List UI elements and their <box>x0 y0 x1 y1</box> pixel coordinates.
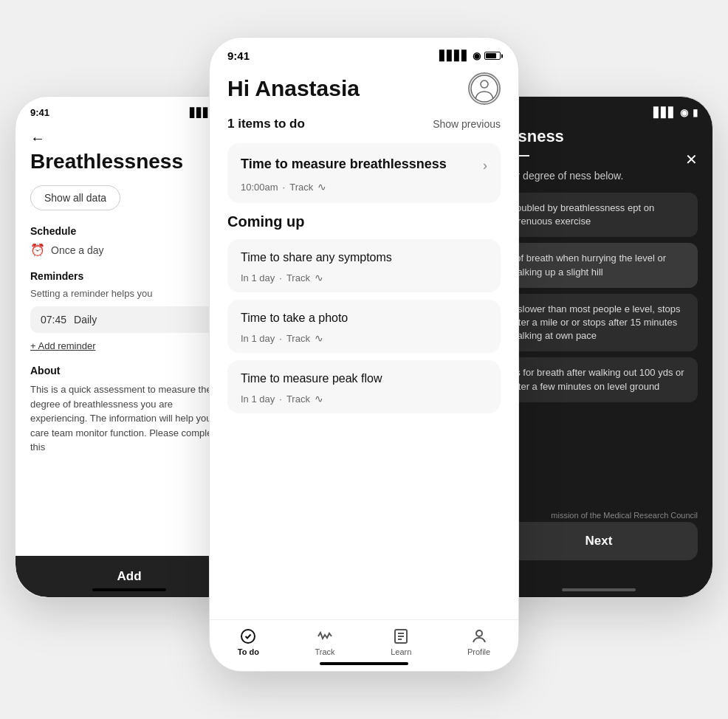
home-bar <box>562 588 636 591</box>
coming-title-0: Time to share any symptoms <box>241 251 487 264</box>
option-2[interactable]: t of breath when hurrying the level or w… <box>500 243 698 287</box>
coming-when-2: In 1 day <box>241 393 275 405</box>
waveform-icon-1: ∿ <box>315 332 323 344</box>
home-bar <box>320 662 408 665</box>
schedule-section-label: Schedule <box>30 225 228 237</box>
right-wifi-icon: ◉ <box>680 107 688 118</box>
show-all-data-button[interactable]: Show all data <box>30 185 120 210</box>
center-content: Hi Anastasia 1 items to do Show previous… <box>210 66 518 421</box>
waveform-icon: ∿ <box>317 181 326 193</box>
center-phone: 9:41 ▋▋▋▋ ◉ Hi Anastasia 1 items to do S… <box>209 37 519 672</box>
svg-point-7 <box>476 630 482 636</box>
greeting-row: Hi Anastasia <box>227 72 501 105</box>
coming-type-0: Track <box>286 272 310 283</box>
main-task-header: Time to measure breathlessness › <box>241 156 487 173</box>
profile-icon <box>470 627 488 645</box>
reminder-time: 07:45 <box>41 314 66 326</box>
learn-icon <box>392 627 410 645</box>
main-task-meta: 10:00am · Track ∿ <box>241 181 487 193</box>
greeting-text: Hi Anastasia <box>227 76 360 101</box>
nav-todo[interactable]: To do <box>238 627 259 656</box>
todo-nav-label: To do <box>238 647 259 656</box>
coming-meta-2: In 1 day · Track ∿ <box>241 393 487 405</box>
avatar-icon <box>470 74 499 103</box>
nav-track[interactable]: Track <box>315 627 335 656</box>
mrc-credit: mission of the Medical Research Council <box>500 511 698 520</box>
waveform-icon-2: ∿ <box>315 393 323 405</box>
reminders-section-label: Reminders <box>30 270 228 282</box>
left-time: 9:41 <box>30 107 49 118</box>
option-3[interactable]: s slower than most people e level, stops… <box>500 294 698 352</box>
left-page-title: Breathlessness <box>30 150 228 173</box>
schedule-row: ⏰ Once a day <box>30 243 228 257</box>
waveform-icon-0: ∿ <box>315 272 323 283</box>
left-signal-icon: ▋▋▋ <box>190 108 210 118</box>
learn-nav-label: Learn <box>391 647 411 656</box>
right-subtitle: your degree of ness below. <box>500 168 698 184</box>
option-4[interactable]: ps for breath after walking out 100 yds … <box>500 357 698 402</box>
right-page-title: essness <box>500 127 698 146</box>
avatar-button[interactable] <box>468 72 501 105</box>
show-previous-button[interactable]: Show previous <box>433 118 501 130</box>
svg-point-0 <box>471 75 498 102</box>
track-icon <box>316 627 334 645</box>
reminder-item: 07:45 Daily <box>30 306 228 333</box>
center-battery-icon <box>484 52 501 60</box>
nav-learn[interactable]: Learn <box>391 627 411 656</box>
profile-nav-label: Profile <box>467 647 490 656</box>
coming-meta-0: In 1 day · Track ∿ <box>241 272 487 283</box>
coming-item-1[interactable]: Time to take a photo In 1 day · Track ∿ <box>227 300 501 353</box>
items-row: 1 items to do Show previous <box>227 117 501 131</box>
center-time: 9:41 <box>227 49 250 62</box>
main-task-type: Track <box>289 182 313 193</box>
items-count: 1 items to do <box>227 117 305 131</box>
task-chevron-icon: › <box>483 158 487 173</box>
main-task-time: 10:00am <box>241 182 278 193</box>
main-task-card[interactable]: Time to measure breathlessness › 10:00am… <box>227 143 501 203</box>
clock-icon: ⏰ <box>30 243 45 257</box>
main-task-title: Time to measure breathlessness <box>241 156 483 172</box>
coming-title-1: Time to take a photo <box>241 312 487 325</box>
dot-0: · <box>279 272 282 283</box>
center-signal-icon: ▋▋▋▋ <box>439 50 469 61</box>
reminder-freq: Daily <box>74 314 97 326</box>
coming-type-2: Track <box>286 393 310 405</box>
center-status-bar: 9:41 ▋▋▋▋ ◉ <box>210 38 518 66</box>
close-button[interactable]: ✕ <box>685 151 698 168</box>
home-bar <box>92 588 166 591</box>
coming-item-2[interactable]: Time to measure peak flow In 1 day · Tra… <box>227 360 501 413</box>
right-signal-icon: ▋▋▋ <box>653 107 676 118</box>
center-wifi-icon: ◉ <box>473 50 481 61</box>
next-button[interactable]: Next <box>500 522 698 560</box>
track-nav-label: Track <box>315 647 335 656</box>
back-button[interactable]: ← <box>30 130 228 147</box>
todo-icon <box>239 627 257 645</box>
coming-meta-1: In 1 day · Track ∿ <box>241 332 487 344</box>
coming-type-1: Track <box>286 333 310 344</box>
coming-item-0[interactable]: Time to share any symptoms In 1 day · Tr… <box>227 239 501 292</box>
svg-point-1 <box>481 80 488 88</box>
nav-profile[interactable]: Profile <box>467 627 490 656</box>
right-battery-icon: ▮ <box>693 107 698 118</box>
dot-2: · <box>279 393 282 405</box>
right-status-bar: ▋▋▋ ◉ ▮ <box>485 97 712 121</box>
about-text: This is a quick assessment to measure th… <box>30 382 228 455</box>
add-reminder-button[interactable]: + Add reminder <box>30 340 228 351</box>
coming-when-1: In 1 day <box>241 333 275 344</box>
right-content: essness ✕ your degree of ness below. tro… <box>485 121 712 417</box>
coming-title-2: Time to measure peak flow <box>241 372 487 385</box>
option-1[interactable]: troubled by breathlessness ept on strenu… <box>500 193 698 237</box>
reminders-description: Setting a reminder helps you <box>30 288 228 299</box>
coming-when-0: In 1 day <box>241 272 275 283</box>
coming-up-label: Coming up <box>227 213 501 230</box>
dot-1: · <box>279 333 282 344</box>
about-section-label: About <box>30 365 228 376</box>
dot-separator: · <box>283 182 286 193</box>
schedule-value: Once a day <box>51 244 104 256</box>
